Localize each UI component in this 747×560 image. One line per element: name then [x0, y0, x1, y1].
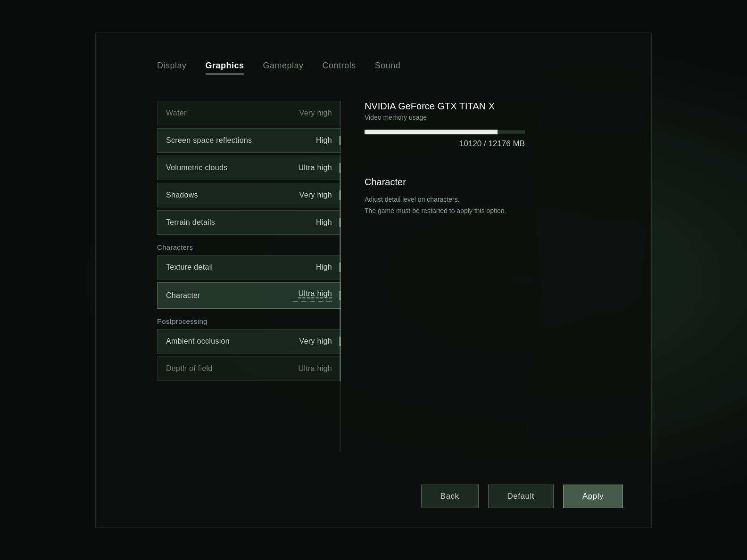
tab-display[interactable]: Display [157, 59, 187, 73]
setting-texture-detail[interactable]: Texture detail High [157, 255, 341, 280]
tab-sound[interactable]: Sound [375, 59, 401, 73]
button-row: Back Default Apply [96, 466, 651, 527]
gpu-subtitle: Video memory usage [365, 114, 623, 121]
default-button[interactable]: Default [488, 485, 554, 508]
tab-controls[interactable]: Controls [323, 59, 356, 73]
main-content: Water Very high Screen space reflections… [96, 87, 651, 466]
slider-dot-2 [301, 301, 307, 302]
slider-dot-5 [326, 301, 332, 302]
slider-dot-1 [292, 301, 298, 302]
corner-indicator [339, 163, 341, 173]
section-label-postprocessing: Postprocessing [157, 317, 341, 325]
setting-terrain-details[interactable]: Terrain details High [157, 210, 341, 235]
detail-section: Character Adjust detail level on charact… [365, 177, 623, 217]
detail-line-2: The game must be restarted to apply this… [365, 207, 506, 214]
setting-ambient-occlusion[interactable]: Ambient occlusion Very high [157, 329, 341, 354]
back-button[interactable]: Back [421, 485, 479, 508]
section-label-characters: Characters [157, 243, 341, 251]
slider-dot-3 [309, 301, 315, 302]
left-panel: Water Very high Screen space reflections… [96, 101, 341, 452]
corner-indicator [339, 263, 341, 272]
detail-desc: Adjust detail level on characters. The g… [365, 194, 515, 217]
corner-indicator [339, 190, 341, 200]
gpu-section: NVIDIA GeForce GTX TITAN X Video memory … [365, 101, 623, 148]
corner-indicator [339, 337, 341, 346]
vram-text: 10120 / 12176 MB [365, 139, 525, 148]
setting-depth-of-field[interactable]: Depth of field Ultra high [157, 356, 341, 381]
setting-screen-space-reflections[interactable]: Screen space reflections High [157, 128, 341, 153]
right-panel: NVIDIA GeForce GTX TITAN X Video memory … [341, 101, 651, 452]
detail-title: Character [365, 177, 623, 188]
gpu-name: NVIDIA GeForce GTX TITAN X [365, 101, 623, 112]
setting-character[interactable]: Character Ultra high [157, 282, 341, 309]
vram-bar-fill [365, 130, 498, 134]
vram-bar-container [365, 130, 525, 134]
detail-line-1: Adjust detail level on characters. [365, 196, 460, 203]
corner-indicator [339, 291, 341, 300]
setting-shadows[interactable]: Shadows Very high [157, 183, 341, 207]
setting-water[interactable]: Water Very high [157, 101, 341, 125]
setting-volumetric-clouds[interactable]: Volumetric clouds Ultra high [157, 156, 341, 180]
corner-indicator [339, 136, 341, 145]
corner-indicator [339, 218, 341, 227]
settings-window: Display Graphics Gameplay Controls Sound… [95, 33, 652, 527]
slider-dot-4 [318, 301, 324, 302]
tab-gameplay[interactable]: Gameplay [263, 59, 304, 73]
apply-button[interactable]: Apply [563, 485, 623, 508]
tab-graphics[interactable]: Graphics [206, 59, 244, 73]
nav-tabs: Display Graphics Gameplay Controls Sound [96, 33, 651, 87]
